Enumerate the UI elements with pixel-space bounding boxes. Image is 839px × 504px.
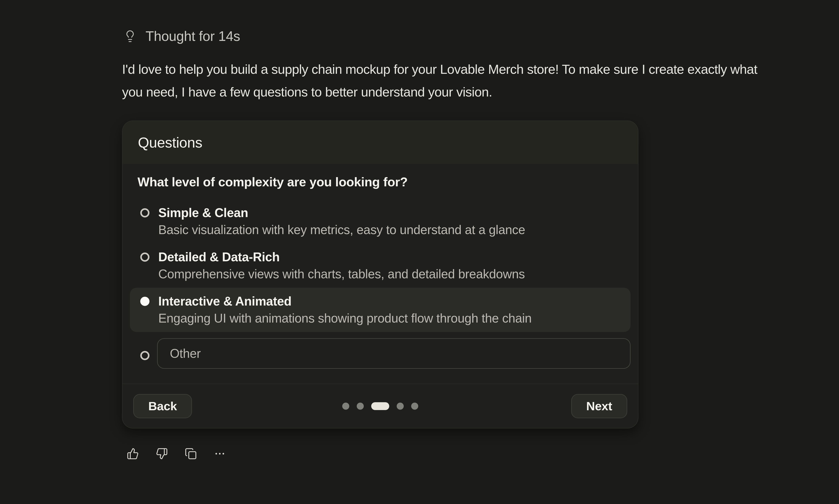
copy-button[interactable] xyxy=(185,448,197,460)
option-simple-clean[interactable]: Simple & Clean Basic visualization with … xyxy=(130,199,631,244)
option-title: Simple & Clean xyxy=(158,204,525,221)
option-interactive-animated[interactable]: Interactive & Animated Engaging UI with … xyxy=(130,288,631,332)
lightbulb-icon xyxy=(124,30,137,43)
radio-selected-icon[interactable] xyxy=(140,297,150,306)
questions-card-body: What level of complexity are you looking… xyxy=(122,164,638,384)
option-description: Engaging UI with animations showing prod… xyxy=(158,310,532,327)
thumbs-down-icon xyxy=(156,448,168,460)
pagination-dot[interactable] xyxy=(357,402,364,410)
card-title: Questions xyxy=(138,134,202,151)
thought-toggle[interactable]: Thought for 14s xyxy=(124,29,778,43)
option-other[interactable] xyxy=(130,338,631,369)
thumbs-up-icon xyxy=(127,448,139,460)
assistant-message-block: Thought for 14s I'd love to help you bui… xyxy=(122,29,778,460)
option-title: Detailed & Data-Rich xyxy=(158,249,525,266)
more-actions-button[interactable] xyxy=(214,448,226,460)
pagination-dot[interactable] xyxy=(411,402,418,410)
questions-card: Questions What level of complexity are y… xyxy=(122,121,639,429)
other-option-input[interactable] xyxy=(157,338,631,369)
next-button[interactable]: Next xyxy=(571,394,627,418)
option-description: Basic visualization with key metrics, ea… xyxy=(158,221,525,238)
thought-label: Thought for 14s xyxy=(145,29,240,43)
radio-icon[interactable] xyxy=(140,351,150,360)
message-actions xyxy=(127,448,778,460)
thumbs-down-button[interactable] xyxy=(156,448,168,460)
question-heading: What level of complexity are you looking… xyxy=(138,174,631,190)
pagination-dot[interactable] xyxy=(342,402,349,410)
pagination-dots xyxy=(342,402,418,410)
radio-icon[interactable] xyxy=(140,252,150,262)
copy-icon xyxy=(185,448,197,460)
option-detailed-data-rich[interactable]: Detailed & Data-Rich Comprehensive views… xyxy=(130,244,631,288)
back-button[interactable]: Back xyxy=(133,394,192,418)
pagination-dot[interactable] xyxy=(397,402,404,410)
option-title: Interactive & Animated xyxy=(158,293,532,310)
questions-card-header: Questions xyxy=(122,121,638,164)
chat-page: Thought for 14s I'd love to help you bui… xyxy=(0,0,839,504)
thumbs-up-button[interactable] xyxy=(127,448,139,460)
option-description: Comprehensive views with charts, tables,… xyxy=(158,266,525,283)
assistant-message-text: I'd love to help you build a supply chai… xyxy=(122,58,778,103)
pagination-dot-active[interactable] xyxy=(371,402,389,410)
ellipsis-icon xyxy=(214,448,226,460)
radio-icon[interactable] xyxy=(140,208,150,217)
questions-card-footer: Back Next xyxy=(122,384,638,428)
options-list: Simple & Clean Basic visualization with … xyxy=(130,199,631,369)
